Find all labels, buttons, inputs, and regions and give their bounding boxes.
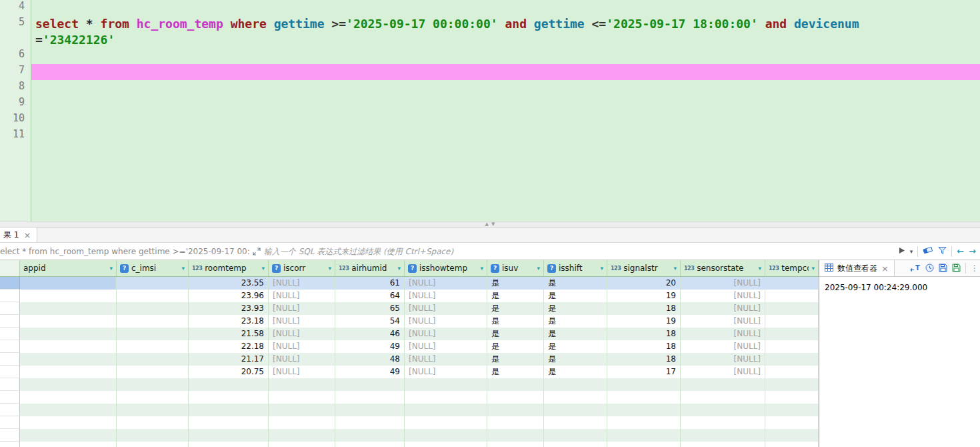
table-cell[interactable] — [765, 290, 819, 302]
close-icon[interactable]: × — [23, 231, 31, 240]
table-cell[interactable]: 20 — [607, 277, 681, 290]
table-row[interactable]: 22.18[NULL]49[NULL]是是18[NULL] — [0, 340, 819, 353]
save-value-icon[interactable] — [939, 262, 947, 275]
table-cell[interactable]: 65 — [335, 302, 405, 315]
sql-editor[interactable]: 4567891011 select * from hc_room_temp wh… — [0, 0, 980, 221]
table-cell[interactable]: [NULL] — [405, 328, 487, 340]
table-cell[interactable] — [117, 290, 189, 302]
table-cell[interactable]: 19 — [607, 290, 681, 302]
column-filter-dropdown-icon[interactable]: ▾ — [673, 265, 677, 272]
table-cell[interactable]: [NULL] — [405, 277, 487, 290]
table-cell[interactable]: [NULL] — [405, 290, 487, 302]
table-cell[interactable]: [NULL] — [405, 340, 487, 353]
table-row[interactable]: 20.75[NULL]49[NULL]是是17[NULL] — [0, 366, 819, 378]
table-cell[interactable] — [765, 277, 819, 290]
column-header-isuv[interactable]: ?isuv▾ — [487, 260, 544, 276]
table-cell[interactable]: 是 — [544, 353, 607, 366]
column-header-sensorstate[interactable]: 123sensorstate▾ — [681, 260, 765, 276]
table-cell[interactable]: 是 — [544, 302, 607, 315]
text-format-icon[interactable]: T — [910, 262, 921, 275]
table-cell[interactable]: [NULL] — [681, 290, 765, 302]
apply-filter-caret-icon[interactable]: ▾ — [910, 248, 913, 255]
table-cell[interactable] — [20, 315, 117, 328]
table-cell[interactable] — [117, 315, 189, 328]
table-cell[interactable] — [117, 328, 189, 340]
previous-page-icon[interactable]: ← — [957, 247, 964, 256]
table-cell[interactable]: 是 — [487, 366, 544, 378]
table-cell[interactable] — [20, 340, 117, 353]
table-cell[interactable]: 23.18 — [189, 315, 269, 328]
table-cell[interactable]: 23.55 — [189, 277, 269, 290]
table-cell[interactable] — [20, 366, 117, 378]
table-cell[interactable]: 是 — [487, 290, 544, 302]
column-filter-dropdown-icon[interactable]: ▾ — [537, 265, 540, 272]
table-cell[interactable]: 46 — [335, 328, 405, 340]
editor-results-splitter[interactable]: ▲ ▼ — [0, 221, 980, 228]
column-header-isshowtemp[interactable]: ?isshowtemp▾ — [405, 260, 487, 276]
save-to-file-icon[interactable] — [952, 262, 961, 275]
tab-value-viewer[interactable]: 数值查看器 × — [819, 260, 895, 276]
table-cell[interactable]: 54 — [335, 315, 405, 328]
column-filter-dropdown-icon[interactable]: ▾ — [480, 265, 483, 272]
table-cell[interactable]: [NULL] — [681, 302, 765, 315]
table-row[interactable] — [0, 404, 819, 416]
table-cell[interactable]: 18 — [607, 302, 681, 315]
column-filter-dropdown-icon[interactable]: ▾ — [328, 265, 331, 272]
table-cell[interactable]: [NULL] — [681, 315, 765, 328]
table-cell[interactable]: 20.75 — [189, 366, 269, 378]
table-row[interactable]: 23.18[NULL]54[NULL]是是19[NULL] — [0, 315, 819, 328]
collapse-up-button[interactable]: ▲ — [485, 222, 489, 227]
table-cell[interactable]: [NULL] — [269, 277, 335, 290]
table-cell[interactable]: [NULL] — [269, 290, 335, 302]
column-filter-dropdown-icon[interactable]: ▾ — [109, 265, 113, 272]
next-page-icon[interactable]: → — [969, 247, 976, 256]
table-cell[interactable]: 18 — [607, 340, 681, 353]
table-cell[interactable]: 是 — [487, 340, 544, 353]
table-cell[interactable]: [NULL] — [269, 366, 335, 378]
column-filter-dropdown-icon[interactable]: ▾ — [758, 265, 761, 272]
table-cell[interactable]: [NULL] — [405, 315, 487, 328]
close-icon[interactable]: × — [881, 264, 889, 273]
column-header-isshift[interactable]: ?isshift▾ — [544, 260, 607, 276]
table-cell[interactable]: [NULL] — [405, 366, 487, 378]
collapse-down-button[interactable]: ▼ — [491, 222, 495, 227]
table-cell[interactable]: 23.96 — [189, 290, 269, 302]
editor-code[interactable]: select * from hc_room_temp where gettime… — [31, 0, 980, 221]
table-cell[interactable]: 21.58 — [189, 328, 269, 340]
table-cell[interactable] — [765, 340, 819, 353]
table-cell[interactable] — [117, 366, 189, 378]
table-cell[interactable]: 23.93 — [189, 302, 269, 315]
table-cell[interactable]: [NULL] — [269, 353, 335, 366]
table-cell[interactable]: 19 — [607, 315, 681, 328]
table-cell[interactable] — [20, 328, 117, 340]
column-header-roomtemp[interactable]: 123roomtemp▾ — [189, 260, 269, 276]
filter-input[interactable] — [264, 247, 899, 256]
column-header-iscorr[interactable]: ?iscorr▾ — [269, 260, 335, 276]
table-row[interactable]: 23.55[NULL]61[NULL]是是20[NULL] — [0, 277, 819, 290]
column-header-tempcorrv[interactable]: 123tempcorrv▾ — [765, 260, 819, 276]
table-cell[interactable]: [NULL] — [681, 366, 765, 378]
table-row[interactable]: 23.96[NULL]64[NULL]是是19[NULL] — [0, 290, 819, 302]
column-filter-dropdown-icon[interactable]: ▾ — [397, 265, 401, 272]
table-cell[interactable]: 18 — [607, 328, 681, 340]
table-cell[interactable] — [765, 353, 819, 366]
applied-filter-text[interactable]: elect * from hc_room_temp where gettime … — [0, 247, 250, 256]
table-row[interactable] — [0, 442, 819, 447]
column-header-airhumid[interactable]: 123airhumid▾ — [335, 260, 405, 276]
table-row[interactable]: 23.93[NULL]65[NULL]是是18[NULL] — [0, 302, 819, 315]
column-filter-dropdown-icon[interactable]: ▾ — [600, 265, 603, 272]
table-cell[interactable]: [NULL] — [405, 353, 487, 366]
column-header-c_imsi[interactable]: ?c_imsi▾ — [117, 260, 189, 276]
table-cell[interactable]: 48 — [335, 353, 405, 366]
table-cell[interactable]: 61 — [335, 277, 405, 290]
table-cell[interactable] — [117, 302, 189, 315]
table-cell[interactable] — [20, 353, 117, 366]
table-cell[interactable]: [NULL] — [269, 328, 335, 340]
table-row[interactable]: 21.17[NULL]48[NULL]是是18[NULL] — [0, 353, 819, 366]
table-cell[interactable]: 是 — [544, 290, 607, 302]
apply-filter-button[interactable] — [899, 247, 905, 256]
table-cell[interactable]: 22.18 — [189, 340, 269, 353]
datetime-format-icon[interactable] — [925, 262, 934, 275]
column-header-signalstr[interactable]: 123signalstr▾ — [607, 260, 681, 276]
table-cell[interactable]: [NULL] — [269, 340, 335, 353]
